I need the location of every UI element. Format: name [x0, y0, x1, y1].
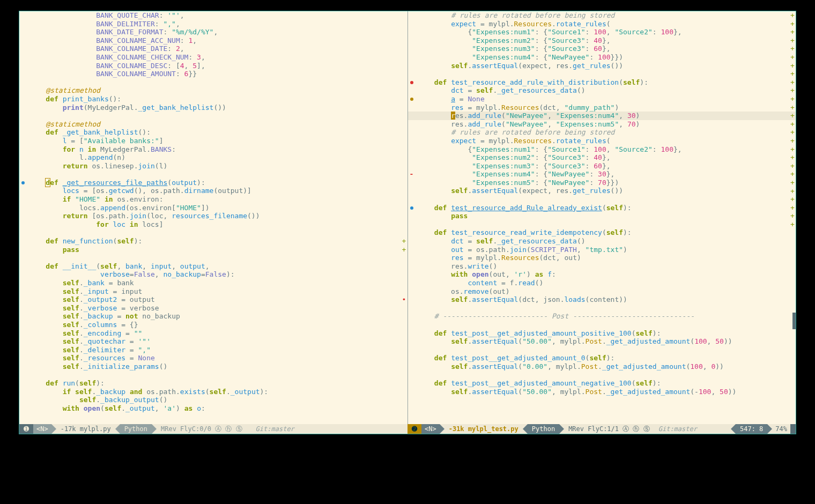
code-line[interactable]: self._backup_output(): [29, 396, 401, 404]
code-line[interactable]: {"Expenses:num1": {"Source1": 100, "Sour…: [418, 28, 790, 36]
code-line[interactable]: pass: [29, 246, 401, 254]
code-line[interactable]: res = mylpl.Resources(dct, "dummy_path"): [418, 103, 790, 112]
code-line[interactable]: BANK_QUOTE_CHAR: '"',: [29, 11, 401, 20]
code-line[interactable]: for n in MyLedgerPal.BANKS:: [29, 145, 401, 154]
scrollbar-thumb[interactable]: [792, 313, 796, 329]
code-line[interactable]: BANK_COLNAME_ACC_NUM: 1,: [29, 36, 401, 45]
code-line[interactable]: a = None: [418, 95, 790, 103]
code-line[interactable]: BANK_COLNAME_CHECK_NUM: 3,: [29, 53, 401, 62]
code-line[interactable]: # rules are rotated before being stored: [418, 11, 790, 20]
code-line[interactable]: [29, 112, 401, 120]
code-line[interactable]: def print_banks():: [29, 95, 401, 103]
code-line[interactable]: self._bank = bank: [29, 279, 401, 287]
right-code[interactable]: # rules are rotated before being stored …: [418, 11, 790, 424]
code-line[interactable]: def _get_bank_helplist():: [29, 128, 401, 137]
modeline-right[interactable]: ➋ <N> - 31k mylpl_test.py Python MRev Fl…: [408, 424, 796, 434]
code-line[interactable]: self.assertEqual("0.00", mylpl.Post._get…: [418, 362, 790, 371]
code-line[interactable]: self.assertEqual(expect, res.get_rules()…: [418, 62, 790, 70]
left-pane[interactable]: BANK_QUOTE_CHAR: '"', BANK_DELIMITER: ",…: [19, 11, 408, 424]
code-line[interactable]: [418, 220, 790, 229]
code-line[interactable]: locs = [os.getcwd(), os.path.dirname(out…: [29, 187, 401, 195]
code-line[interactable]: [418, 346, 790, 354]
code-line[interactable]: res.write(): [418, 262, 790, 271]
code-line[interactable]: self._output2 = output: [29, 295, 401, 304]
code-line[interactable]: [29, 254, 401, 262]
code-line[interactable]: @staticmethod: [29, 86, 401, 95]
code-line[interactable]: self._input = input: [29, 287, 401, 296]
code-line[interactable]: self._quotechar = '"': [29, 337, 401, 346]
code-line[interactable]: # rules are rotated before being stored: [418, 128, 790, 137]
code-line[interactable]: "Expenses:num4": {"NewPayee": 30},: [418, 170, 790, 179]
code-line[interactable]: expect = mylpl.Resources.rotate_rules(: [418, 20, 790, 28]
code-line[interactable]: BANK_COLNAME_DATE: 2,: [29, 45, 401, 53]
code-line[interactable]: l.append(n): [29, 153, 401, 162]
code-line[interactable]: l = ["Available banks:"]: [29, 137, 401, 145]
code-line[interactable]: expect = mylpl.Resources.rotate_rules(: [418, 137, 790, 145]
code-line[interactable]: [418, 371, 790, 380]
code-line[interactable]: [418, 195, 790, 204]
code-line[interactable]: self._initialize_params(): [29, 362, 401, 371]
code-line[interactable]: BANK_COLNAME_DESC: [4, 5],: [29, 62, 401, 70]
code-line[interactable]: dct = self._get_resources_data(): [418, 237, 790, 246]
code-line[interactable]: "Expenses:num5": {"NewPayee": 70}}): [418, 179, 790, 187]
scrollbar-track[interactable]: [790, 424, 796, 434]
code-line[interactable]: {"Expenses:num1": {"Source1": 100, "Sour…: [418, 145, 790, 154]
code-line[interactable]: def _get_resources_file_paths(output):: [29, 179, 401, 187]
code-line[interactable]: [29, 371, 401, 380]
code-line[interactable]: def __init__(self, bank, input, output,: [29, 262, 401, 271]
major-mode[interactable]: Python: [120, 424, 152, 434]
code-line[interactable]: self._verbose = verbose: [29, 304, 401, 313]
code-line[interactable]: res.add_rule("NewPayee", "Expenses:num4"…: [408, 112, 796, 120]
code-line[interactable]: dct = self._get_resources_data(): [418, 86, 790, 95]
code-line[interactable]: out = os.path.join(SCRIPT_PATH, "tmp.txt…: [418, 246, 790, 254]
code-line[interactable]: with open(self._output, 'a') as o:: [29, 404, 401, 413]
code-line[interactable]: [418, 304, 790, 313]
code-line[interactable]: "Expenses:num2": {"Source3": 40},: [418, 153, 790, 162]
code-line[interactable]: "Expenses:num3": {"Source3": 60},: [418, 162, 790, 171]
code-line[interactable]: BANK_DELIMITER: ",",: [29, 20, 401, 28]
code-line[interactable]: [29, 78, 401, 87]
code-line[interactable]: self.assertEqual(dct, json.loads(content…: [418, 295, 790, 304]
code-line[interactable]: [418, 70, 790, 78]
code-line[interactable]: [29, 170, 401, 179]
code-line[interactable]: for loc in locs]: [29, 220, 401, 229]
code-line[interactable]: self._delimiter = ",": [29, 346, 401, 354]
code-line[interactable]: self.assertEqual("50.00", mylpl.Post._ge…: [418, 388, 790, 396]
code-line[interactable]: def test_post__get_adjusted_amount_negat…: [418, 379, 790, 388]
modeline-left[interactable]: ➊ <N> - 17k mylpl.py Python MRev FlyC:0/…: [19, 424, 408, 434]
code-line[interactable]: self._backup = not no_backup: [29, 312, 401, 321]
code-line[interactable]: res.add_rule("NewPayee", "Expenses:num5"…: [418, 120, 790, 129]
code-line[interactable]: @staticmethod: [29, 120, 401, 129]
code-line[interactable]: def test_resource_add_Rule_already_exist…: [418, 204, 790, 212]
code-line[interactable]: content = f.read(): [418, 279, 790, 287]
code-line[interactable]: def run(self):: [29, 379, 401, 388]
code-line[interactable]: def test_resource_read_write_idempotency…: [418, 228, 790, 237]
code-line[interactable]: def test_resource_add_rule_with_distribu…: [418, 78, 790, 87]
code-line[interactable]: verbose=False, no_backup=False):: [29, 270, 401, 279]
code-line[interactable]: self.assertEqual("50.00", mylpl.Post._ge…: [418, 337, 790, 346]
code-line[interactable]: def new_function(self):: [29, 237, 401, 246]
code-line[interactable]: def test_post__get_adjusted_amount_posit…: [418, 329, 790, 338]
code-line[interactable]: return [os.path.join(loc, resources_file…: [29, 212, 401, 220]
code-line[interactable]: "Expenses:num2": {"Source3": 40},: [418, 36, 790, 45]
code-line[interactable]: with open(out, 'r') as f:: [418, 270, 790, 279]
code-line[interactable]: res = mylpl.Resources(dct, out): [418, 254, 790, 262]
code-line[interactable]: [418, 321, 790, 329]
code-line[interactable]: self._columns = {}: [29, 321, 401, 329]
code-line[interactable]: print(MyLedgerPal._get_bank_helplist()): [29, 103, 401, 112]
code-line[interactable]: if "HOME" in os.environ:: [29, 195, 401, 204]
right-pane[interactable]: - # rules are rotated before being store…: [408, 11, 796, 424]
major-mode[interactable]: Python: [528, 424, 559, 434]
code-line[interactable]: "Expenses:num3": {"Source3": 60},: [418, 45, 790, 53]
code-line[interactable]: BANK_DATE_FORMAT: "%m/%d/%Y",: [29, 28, 401, 36]
code-line[interactable]: [29, 228, 401, 237]
code-line[interactable]: # ------------------------- Post -------…: [418, 312, 790, 321]
code-line[interactable]: BANK_COLNAME_AMOUNT: 6}}: [29, 70, 401, 78]
code-line[interactable]: self._resources = None: [29, 354, 401, 362]
code-line[interactable]: "Expenses:num4": {"NewPayee": 100}}): [418, 53, 790, 62]
code-line[interactable]: self._encoding = "": [29, 329, 401, 338]
code-line[interactable]: locs.append(os.environ["HOME"]): [29, 204, 401, 212]
code-line[interactable]: def test_post__get_adjusted_amount_0(sel…: [418, 354, 790, 362]
code-line[interactable]: os.remove(out): [418, 287, 790, 296]
code-line[interactable]: if self._backup and os.path.exists(self.…: [29, 388, 401, 396]
